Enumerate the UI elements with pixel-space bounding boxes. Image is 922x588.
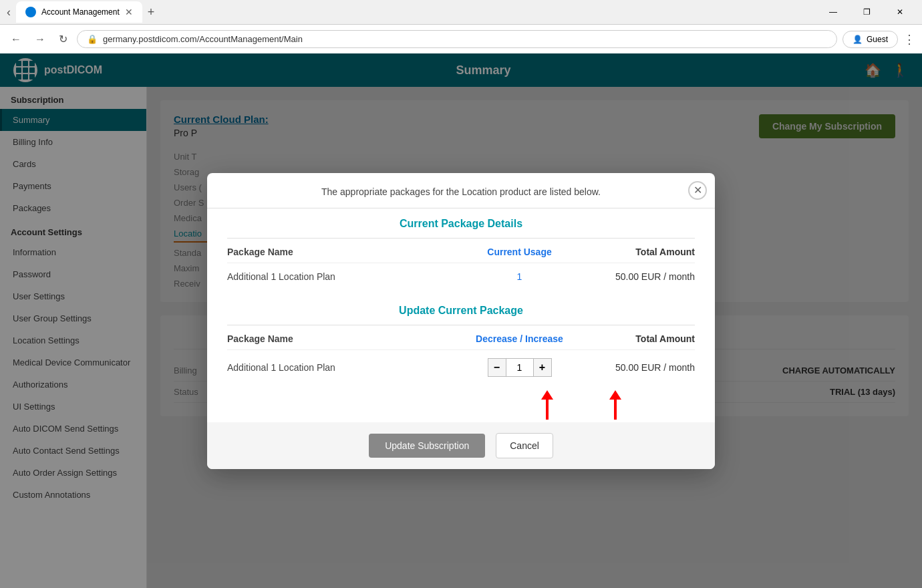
table2-col2-header: Decrease / Increase (461, 333, 578, 344)
modal-close-button[interactable]: ✕ (688, 181, 707, 200)
quantity-control: − + (461, 358, 578, 377)
package1-usage: 1 (461, 271, 578, 282)
modal-intro: The appropriate packages for the Locatio… (207, 173, 715, 208)
app-body: Subscription Summary Billing Info Cards … (0, 87, 922, 588)
forward-button[interactable]: → (31, 31, 49, 48)
table1-col2-header: Current Usage (461, 247, 578, 257)
update-package-section-header: Update Current Package (207, 295, 715, 325)
current-package-title: Current Package Details (227, 218, 695, 239)
guest-label: Guest (867, 35, 888, 44)
table2-header-row: Package Name Decrease / Increase Total A… (227, 325, 695, 350)
table1-col3-header: Total Amount (578, 247, 695, 257)
modal-intro-text: The appropriate packages for the Locatio… (321, 186, 601, 197)
more-options-button[interactable]: ⋮ (903, 32, 915, 47)
lock-icon: 🔒 (87, 34, 98, 44)
new-tab-button[interactable]: + (142, 4, 160, 21)
cancel-button[interactable]: Cancel (496, 433, 553, 458)
refresh-button[interactable]: ↻ (55, 30, 71, 48)
modal-footer: Update Subscription Cancel (207, 422, 715, 469)
right-arrow-shaft (614, 400, 617, 420)
package1-name: Additional 1 Location Plan (227, 271, 461, 282)
browser-tabs: Account Management ✕ + (16, 1, 160, 23)
tab-history-back[interactable]: ‹ (7, 5, 11, 19)
package2-amount: 50.00 EUR / month (578, 362, 695, 373)
current-package-section: Current Package Details (207, 208, 715, 239)
tab-title: Account Management (41, 7, 120, 17)
modal-overlay: ✕ The appropriate packages for the Locat… (0, 53, 922, 588)
table1-header-row: Package Name Current Usage Total Amount (227, 239, 695, 263)
window-controls: — ❐ ✕ (818, 1, 915, 23)
table1-data-row: Additional 1 Location Plan 1 50.00 EUR /… (227, 263, 695, 290)
update-package-section: Update Current Package Package Name Decr… (207, 295, 715, 420)
table2-col1-header: Package Name (227, 333, 461, 344)
left-arrowhead (541, 390, 553, 400)
arrows-container (207, 390, 715, 420)
update-subscription-button[interactable]: Update Subscription (369, 434, 485, 458)
update-package-title: Update Current Package (227, 305, 695, 325)
close-button[interactable]: ✕ (885, 1, 915, 23)
table2-data-row: Additional 1 Location Plan − + 50.00 EUR… (227, 350, 695, 385)
back-button[interactable]: ← (7, 31, 25, 48)
increase-button[interactable]: + (533, 358, 552, 377)
table1-col1-header: Package Name (227, 247, 461, 257)
guest-icon: 👤 (853, 35, 863, 44)
account-management-tab[interactable]: Account Management ✕ (16, 1, 142, 23)
url-input[interactable] (103, 34, 827, 44)
modal-dialog: ✕ The appropriate packages for the Locat… (207, 173, 715, 469)
package2-name: Additional 1 Location Plan (227, 362, 461, 373)
quantity-control-cell: − + (461, 358, 578, 377)
left-arrow-indicator (541, 390, 553, 420)
address-bar[interactable]: 🔒 (77, 30, 837, 48)
tab-close-btn[interactable]: ✕ (125, 7, 133, 17)
maximize-button[interactable]: ❐ (851, 1, 882, 23)
package1-amount: 50.00 EUR / month (578, 271, 695, 282)
table2-col3-header: Total Amount (578, 333, 695, 344)
decrease-button[interactable]: − (488, 358, 506, 377)
guest-button[interactable]: 👤 Guest (842, 31, 898, 48)
tab-favicon (25, 7, 36, 17)
current-package-table: Package Name Current Usage Total Amount … (207, 239, 715, 290)
quantity-input[interactable] (506, 358, 533, 377)
browser-titlebar: ‹ Account Management ✕ + — ❐ ✕ (0, 0, 922, 24)
update-package-table: Package Name Decrease / Increase Total A… (207, 325, 715, 385)
browser-chrome: ‹ Account Management ✕ + — ❐ ✕ ← → ↻ 🔒 👤… (0, 0, 922, 53)
right-arrow-indicator (609, 390, 621, 420)
left-arrow-shaft (546, 400, 549, 420)
minimize-button[interactable]: — (818, 1, 849, 23)
right-arrowhead (609, 390, 621, 400)
browser-toolbar: ← → ↻ 🔒 👤 Guest ⋮ (0, 24, 922, 53)
